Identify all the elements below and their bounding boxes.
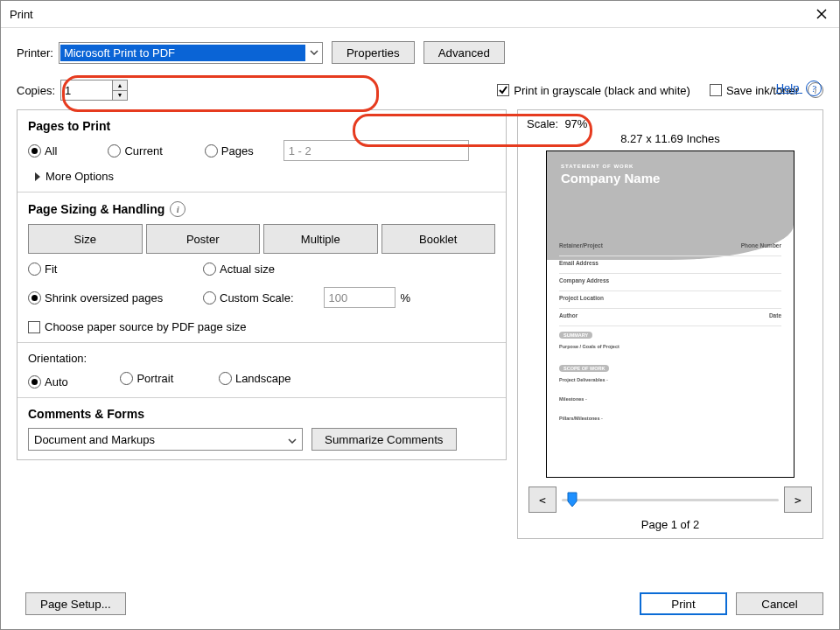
summarize-button[interactable]: Summarize Comments xyxy=(312,428,457,451)
pv-phone: Phone Number xyxy=(741,242,781,248)
copies-stepper[interactable]: ▲ ▼ xyxy=(60,80,128,101)
radio-portrait-label: Portrait xyxy=(136,372,173,385)
slider-thumb-icon[interactable] xyxy=(565,491,579,511)
pv-author: Author xyxy=(559,312,578,318)
comments-dropdown[interactable]: Document and Markups xyxy=(28,428,303,451)
radio-auto-label: Auto xyxy=(45,375,68,388)
orientation-heading: Orientation: xyxy=(28,352,495,365)
multiple-button[interactable]: Multiple xyxy=(263,224,378,254)
preview-sow: STATEMENT OF WORK xyxy=(561,164,794,169)
radio-portrait[interactable]: Portrait xyxy=(120,372,173,385)
radio-all[interactable]: All xyxy=(28,144,57,158)
printer-label: Printer: xyxy=(17,46,53,60)
radio-current[interactable]: Current xyxy=(108,144,162,158)
choose-source-label: Choose paper source by PDF page size xyxy=(45,320,247,333)
page-setup-button[interactable]: Page Setup... xyxy=(25,592,126,615)
page-status: Page 1 of 2 xyxy=(522,518,819,531)
radio-custom-label: Custom Scale: xyxy=(220,291,294,304)
prev-page-button[interactable]: < xyxy=(528,486,556,513)
radio-landscape-label: Landscape xyxy=(235,372,291,385)
chevron-down-icon xyxy=(288,433,297,446)
next-page-button[interactable]: > xyxy=(784,486,812,513)
close-icon[interactable] xyxy=(813,5,830,23)
scale-label: Scale: xyxy=(527,117,558,130)
help-label: Help xyxy=(776,81,800,94)
pv-addr: Company Address xyxy=(559,274,781,291)
radio-landscape[interactable]: Landscape xyxy=(219,372,291,385)
percent-label: % xyxy=(401,291,411,304)
copies-input[interactable] xyxy=(61,80,112,100)
radio-custom[interactable]: Custom Scale: xyxy=(203,291,294,304)
pages-heading: Pages to Print xyxy=(28,119,495,133)
checkbox-icon xyxy=(28,321,40,333)
radio-actual[interactable]: Actual size xyxy=(203,262,275,276)
printer-selected: Microsoft Print to PDF xyxy=(60,45,305,61)
custom-scale-input[interactable] xyxy=(324,287,396,308)
pv-retainer: Retainer/Project xyxy=(559,242,603,248)
radio-fit[interactable]: Fit xyxy=(28,262,57,276)
pv-risks: Pillars/Milestones - xyxy=(559,412,781,431)
more-options-toggle[interactable]: More Options xyxy=(35,170,495,183)
pv-purpose: Purpose / Goals of Project xyxy=(559,340,781,360)
radio-pages-label: Pages xyxy=(221,144,254,158)
triangle-right-icon xyxy=(35,172,40,181)
page-preview: STATEMENT OF WORK Company Name Retainer/… xyxy=(546,150,794,478)
cancel-button[interactable]: Cancel xyxy=(736,592,823,615)
help-icon: ? xyxy=(806,80,822,96)
grayscale-checkbox[interactable]: Print in grayscale (black and white) xyxy=(497,84,690,97)
comments-heading: Comments & Forms xyxy=(28,407,495,421)
radio-auto[interactable]: Auto xyxy=(28,375,68,388)
copies-label: Copies: xyxy=(17,84,55,97)
printer-dropdown[interactable]: Microsoft Print to PDF xyxy=(59,42,323,64)
checkbox-icon xyxy=(710,84,722,96)
comments-selected: Document and Markups xyxy=(34,433,155,446)
pv-scope-pill: SCOPE OF WORK xyxy=(559,365,609,372)
grayscale-label: Print in grayscale (black and white) xyxy=(514,84,690,97)
copies-up-icon[interactable]: ▲ xyxy=(113,80,127,91)
pv-milestones: Milestones - xyxy=(559,393,781,412)
print-button[interactable]: Print xyxy=(640,592,727,615)
poster-button[interactable]: Poster xyxy=(146,224,261,254)
radio-fit-label: Fit xyxy=(45,262,57,276)
radio-current-label: Current xyxy=(124,144,162,158)
page-dimensions: 8.27 x 11.69 Inches xyxy=(522,132,819,145)
preview-company: Company Name xyxy=(561,171,794,186)
copies-down-icon[interactable]: ▼ xyxy=(113,91,127,101)
radio-shrink-label: Shrink oversized pages xyxy=(45,291,163,304)
sizing-heading: Page Sizing & Handling xyxy=(28,202,164,216)
help-link[interactable]: Help ? xyxy=(776,80,822,96)
window-title: Print xyxy=(10,8,813,21)
radio-all-label: All xyxy=(45,144,57,158)
size-button[interactable]: Size xyxy=(28,224,143,254)
properties-button[interactable]: Properties xyxy=(332,41,415,64)
scale-value: 97% xyxy=(564,117,587,130)
radio-shrink[interactable]: Shrink oversized pages xyxy=(28,291,163,304)
pv-email: Email Address xyxy=(559,256,781,274)
slider-track xyxy=(562,499,779,501)
booklet-button[interactable]: Booklet xyxy=(382,224,496,254)
page-range-input[interactable] xyxy=(284,140,469,161)
page-slider[interactable] xyxy=(562,491,779,508)
radio-actual-label: Actual size xyxy=(220,262,275,276)
pv-deliv: Project Deliverables - xyxy=(559,374,781,393)
chevron-down-icon xyxy=(306,50,322,55)
info-icon[interactable]: i xyxy=(170,201,186,217)
advanced-button[interactable]: Advanced xyxy=(424,41,505,64)
pv-date: Date xyxy=(769,312,781,318)
pv-loc: Project Location xyxy=(559,291,781,309)
choose-source-checkbox[interactable]: Choose paper source by PDF page size xyxy=(28,320,495,333)
svg-marker-2 xyxy=(568,493,577,507)
radio-pages[interactable]: Pages xyxy=(205,144,254,158)
pv-summary-pill: SUMMARY xyxy=(559,332,592,339)
checkbox-icon xyxy=(497,84,509,96)
more-options-label: More Options xyxy=(46,170,114,183)
